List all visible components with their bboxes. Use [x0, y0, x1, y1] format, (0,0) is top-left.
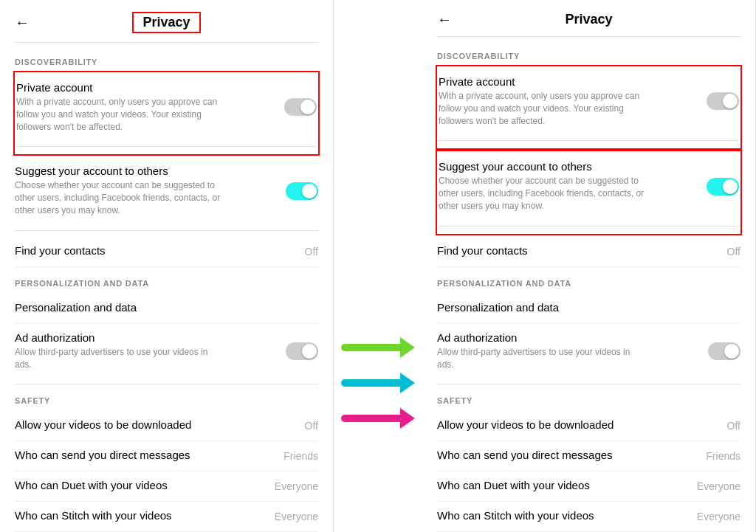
setting-row-0-2[interactable]: Find your contactsOff: [15, 237, 318, 267]
setting-row-2-3[interactable]: Who can Stitch with your videosEveryone: [437, 502, 740, 532]
setting-row-2-2[interactable]: Who can Duet with your videosEveryone: [15, 471, 318, 502]
pink-arrow-head: [400, 408, 415, 429]
setting-item-0-1[interactable]: Suggest your account to othersChoose whe…: [15, 157, 318, 230]
pink-arrow-line: [341, 415, 400, 422]
setting-title: Allow your videos to be downloaded: [437, 418, 614, 431]
setting-desc: Allow third-party advertisers to use you…: [437, 346, 644, 371]
setting-title: Suggest your account to others: [439, 160, 699, 173]
left-panel: ←PrivacyDISCOVERABILITYPrivate accountWi…: [0, 0, 334, 532]
setting-desc: Choose whether your account can be sugge…: [439, 175, 645, 212]
setting-title: Who can Stitch with your videos: [437, 509, 594, 522]
setting-value: Off: [305, 420, 318, 432]
setting-title: Who can Duet with your videos: [15, 479, 168, 491]
setting-row-2-0[interactable]: Allow your videos to be downloadedOff: [437, 411, 740, 441]
section-label-2: SAFETY: [437, 396, 740, 405]
section-label-0: DISCOVERABILITY: [437, 52, 740, 61]
setting-desc: Choose whether your account can be sugge…: [15, 179, 221, 216]
setting-title: Personalization and data: [437, 301, 559, 314]
setting-title: Who can send you direct messages: [437, 449, 613, 461]
back-button[interactable]: ←: [15, 14, 30, 31]
toggle-switch[interactable]: [708, 342, 740, 360]
setting-title: Ad authorization: [437, 331, 701, 344]
setting-item-1-1[interactable]: Ad authorizationAllow third-party advert…: [437, 324, 740, 385]
pink-arrow: [341, 408, 415, 429]
setting-value: Everyone: [275, 480, 318, 492]
section-label-1: PERSONALIZATION AND DATA: [15, 279, 318, 288]
setting-item-0-1[interactable]: Suggest your account to othersChoose whe…: [436, 150, 742, 235]
toggle-switch[interactable]: [286, 342, 318, 360]
setting-item-0-0[interactable]: Private accountWith a private account, o…: [436, 65, 742, 150]
header: ←Privacy: [15, 12, 318, 43]
setting-value: Off: [727, 420, 740, 432]
setting-row-2-0[interactable]: Allow your videos to be downloadedOff: [15, 411, 318, 441]
setting-row-2-3[interactable]: Who can Stitch with your videosEveryone: [15, 502, 318, 532]
setting-value: Off: [305, 246, 318, 258]
cyan-arrow-head: [400, 373, 415, 393]
arrows-section: [334, 0, 422, 532]
setting-value: Off: [727, 246, 740, 258]
setting-row-2-2[interactable]: Who can Duet with your videosEveryone: [437, 471, 740, 502]
green-arrow-line: [341, 344, 400, 351]
setting-title: Ad authorization: [15, 331, 278, 344]
setting-title: Personalization and data: [15, 301, 137, 314]
right-panel: ←PrivacyDISCOVERABILITYPrivate accountWi…: [422, 0, 756, 532]
setting-title: Find your contacts: [437, 244, 528, 257]
setting-title: Who can Stitch with your videos: [15, 509, 172, 522]
back-button[interactable]: ←: [437, 11, 452, 28]
green-arrow: [341, 337, 415, 358]
cyan-arrow-line: [341, 379, 400, 387]
setting-value: Everyone: [697, 480, 740, 492]
toggle-switch[interactable]: [286, 182, 318, 200]
toggle-switch[interactable]: [707, 92, 739, 110]
setting-row-1-0[interactable]: Personalization and data: [437, 294, 740, 324]
setting-row-2-1[interactable]: Who can send you direct messagesFriends: [15, 441, 318, 471]
cyan-arrow: [341, 373, 415, 393]
setting-value: Friends: [706, 450, 740, 462]
setting-title: Private account: [16, 81, 277, 94]
setting-desc: With a private account, only users you a…: [16, 96, 223, 133]
setting-row-0-2[interactable]: Find your contactsOff: [437, 237, 740, 267]
page-title: Privacy: [565, 12, 612, 27]
setting-title: Find your contacts: [15, 244, 106, 257]
page-title: Privacy: [132, 12, 200, 33]
section-label-2: SAFETY: [15, 396, 318, 405]
setting-desc: With a private account, only users you a…: [439, 90, 645, 127]
green-arrow-head: [400, 337, 415, 358]
setting-row-2-1[interactable]: Who can send you direct messagesFriends: [437, 441, 740, 471]
setting-value: Everyone: [275, 511, 318, 522]
toggle-switch[interactable]: [707, 178, 739, 196]
header: ←Privacy: [437, 12, 740, 37]
setting-title: Who can send you direct messages: [15, 449, 190, 461]
section-label-0: DISCOVERABILITY: [15, 58, 318, 66]
setting-desc: Allow third-party advertisers to use you…: [15, 346, 221, 371]
setting-value: Everyone: [697, 511, 740, 522]
setting-row-1-0[interactable]: Personalization and data: [15, 294, 318, 324]
setting-item-0-0[interactable]: Private accountWith a private account, o…: [13, 71, 320, 156]
setting-item-1-1[interactable]: Ad authorizationAllow third-party advert…: [15, 324, 318, 385]
setting-title: Suggest your account to others: [15, 165, 278, 177]
section-label-1: PERSONALIZATION AND DATA: [437, 279, 740, 288]
setting-title: Private account: [439, 75, 699, 88]
setting-title: Who can Duet with your videos: [437, 479, 590, 491]
setting-value: Friends: [284, 450, 318, 462]
toggle-switch[interactable]: [284, 98, 317, 116]
setting-title: Allow your videos to be downloaded: [15, 418, 191, 431]
